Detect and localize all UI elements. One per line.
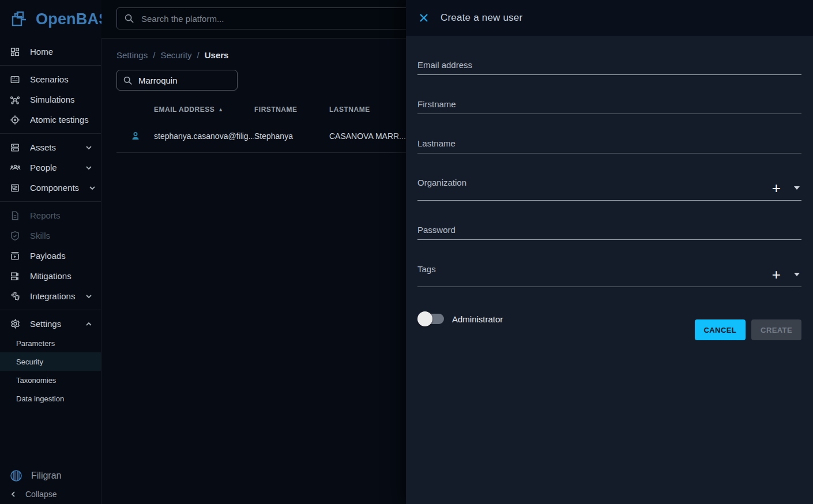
simulations-hub-icon: [9, 94, 21, 106]
collapse-sidebar-button[interactable]: Collapse: [0, 486, 101, 503]
table-header-row: EMAIL ADDRESS ▲ FIRSTNAME LASTNAME: [116, 100, 406, 119]
field-underline: [417, 200, 801, 201]
sidebar-subitem-data-ingestion[interactable]: Data ingestion: [0, 389, 101, 408]
platform-search-input[interactable]: [141, 14, 432, 24]
column-header-firstname[interactable]: FIRSTNAME: [254, 106, 329, 114]
cell-lastname: CASANOVA MARR...: [329, 131, 406, 141]
sidebar-item-label: Reports: [30, 210, 93, 220]
users-filter-input[interactable]: [138, 76, 231, 85]
email-field-label: Email address: [417, 60, 801, 70]
sidebar-subitem-security[interactable]: Security: [0, 352, 101, 371]
sidebar-item-label: Simulations: [30, 95, 93, 104]
sidebar-item-label: People: [30, 163, 76, 172]
lastname-field-label: Lastname: [417, 138, 801, 149]
dropdown-caret-icon[interactable]: [793, 186, 800, 190]
drawer-header: Create a new user: [406, 0, 813, 36]
chevron-up-icon: [85, 320, 93, 328]
sidebar: Home Scenarios Simulations: [0, 39, 101, 504]
breadcrumb-separator: /: [153, 50, 155, 60]
chevron-down-icon: [85, 292, 93, 300]
administrator-toggle-row[interactable]: Administrator: [417, 311, 503, 326]
create-user-drawer: Create a new user Email address Firstnam…: [406, 0, 813, 504]
breadcrumb-separator: /: [197, 50, 200, 60]
cell-email: stephanya.casanova@filig...: [154, 131, 254, 141]
add-organization-icon[interactable]: +: [772, 182, 781, 194]
sidebar-subitem-label: Data ingestion: [16, 394, 64, 403]
sidebar-subitem-label: Security: [16, 358, 43, 366]
firstname-field[interactable]: Firstname: [417, 99, 801, 114]
filigran-brand-label: Filigran: [31, 471, 61, 481]
tags-field[interactable]: Tags +: [417, 264, 801, 287]
cancel-button[interactable]: CANCEL: [695, 319, 746, 340]
skills-shield-icon: [9, 230, 21, 242]
sidebar-item-scenarios[interactable]: Scenarios: [0, 69, 101, 89]
column-header-email[interactable]: EMAIL ADDRESS ▲: [154, 106, 254, 114]
sidebar-item-label: Settings: [30, 319, 76, 329]
firstname-field-label: Firstname: [417, 99, 801, 110]
settings-gear-icon: [9, 318, 21, 330]
add-tag-icon[interactable]: +: [772, 269, 781, 280]
sidebar-item-skills: Skills: [0, 225, 101, 246]
reports-file-icon: [9, 210, 21, 221]
sidebar-item-people[interactable]: People: [0, 157, 101, 178]
organization-field[interactable]: Organization +: [417, 178, 801, 201]
sort-asc-icon: ▲: [218, 107, 223, 112]
password-field[interactable]: Password: [417, 225, 801, 240]
users-filter[interactable]: [116, 70, 238, 91]
sidebar-subitem-taxonomies[interactable]: Taxonomies: [0, 371, 101, 389]
payloads-play-box-icon: [9, 250, 21, 262]
create-user-form: Email address Firstname Lastname Organiz…: [406, 36, 813, 504]
sidebar-item-home[interactable]: Home: [0, 42, 101, 62]
drawer-title: Create a new user: [441, 12, 522, 24]
table-row[interactable]: stephanya.casanova@filig... Stephanya CA…: [116, 119, 406, 153]
divider: [0, 133, 101, 134]
sidebar-item-payloads[interactable]: Payloads: [0, 246, 101, 266]
password-field-label: Password: [417, 225, 801, 235]
search-icon: [123, 76, 133, 85]
app-logo[interactable]: OpenBAS: [0, 0, 101, 39]
mitigations-layers-icon: [9, 270, 21, 282]
breadcrumb-settings[interactable]: Settings: [116, 50, 148, 60]
sidebar-item-settings[interactable]: Settings: [0, 314, 101, 334]
sidebar-item-atomic-testings[interactable]: Atomic testings: [0, 110, 101, 130]
sidebar-item-label: Mitigations: [30, 271, 93, 281]
sidebar-subitem-parameters[interactable]: Parameters: [0, 334, 101, 352]
platform-search[interactable]: [116, 7, 439, 29]
chevron-down-icon: [85, 164, 93, 172]
chevron-left-icon: [9, 490, 17, 498]
sidebar-item-label: Scenarios: [30, 74, 93, 84]
sidebar-item-assets[interactable]: Assets: [0, 137, 101, 157]
sidebar-subitem-label: Taxonomies: [16, 376, 56, 385]
components-article-icon: [9, 182, 21, 194]
create-button[interactable]: CREATE: [751, 319, 801, 340]
filigran-brand[interactable]: Filigran: [0, 465, 101, 486]
close-icon[interactable]: [417, 12, 430, 24]
sidebar-item-components[interactable]: Components: [0, 178, 101, 198]
chevron-down-icon: [85, 144, 93, 152]
sidebar-item-label: Assets: [30, 142, 76, 152]
sidebar-item-simulations[interactable]: Simulations: [0, 89, 101, 110]
administrator-toggle[interactable]: [417, 311, 444, 326]
divider: [0, 201, 101, 202]
breadcrumb-users: Users: [205, 50, 229, 60]
lastname-field[interactable]: Lastname: [417, 138, 801, 153]
home-grid-icon: [9, 46, 21, 58]
scenarios-movie-icon: [9, 74, 21, 85]
atomic-target-icon: [9, 114, 21, 126]
toggle-knob: [417, 311, 432, 326]
search-icon: [124, 13, 134, 24]
people-group-icon: [9, 162, 21, 174]
email-field[interactable]: Email address: [417, 60, 801, 75]
sidebar-item-label: Skills: [30, 231, 93, 240]
app-title: OpenBAS: [36, 10, 109, 28]
breadcrumb-security[interactable]: Security: [160, 50, 191, 60]
cell-firstname: Stephanya: [254, 131, 329, 141]
field-underline: [417, 287, 801, 287]
divider: [0, 65, 101, 66]
column-header-lastname[interactable]: LASTNAME: [329, 106, 406, 114]
sidebar-item-integrations[interactable]: Integrations: [0, 286, 101, 306]
sidebar-item-mitigations[interactable]: Mitigations: [0, 266, 101, 286]
drawer-actions: Administrator CANCEL CREATE: [417, 311, 801, 340]
dropdown-caret-icon[interactable]: [793, 272, 800, 277]
sidebar-item-label: Payloads: [30, 251, 93, 261]
